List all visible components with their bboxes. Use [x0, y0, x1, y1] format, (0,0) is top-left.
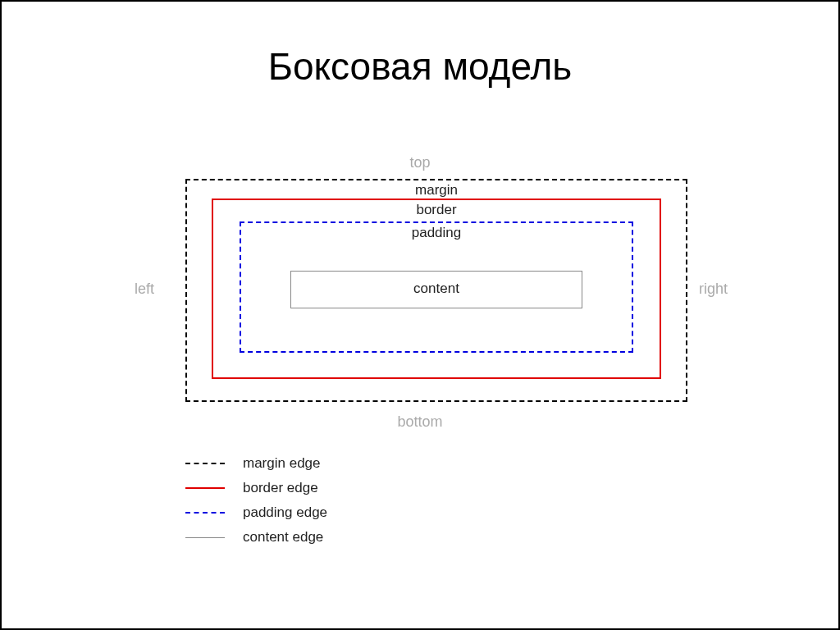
legend: margin edge border edge padding edge con… [185, 451, 327, 550]
legend-text-padding: padding edge [243, 504, 327, 521]
swatch-margin-icon [185, 463, 225, 464]
legend-text-content: content edge [243, 529, 323, 546]
legend-row-padding: padding edge [185, 500, 327, 525]
legend-row-margin: margin edge [185, 451, 327, 476]
content-box: content [290, 271, 582, 308]
padding-label: padding [241, 225, 632, 241]
border-label: border [213, 202, 660, 218]
box-model-diagram: top bottom left right margin border padd… [2, 149, 838, 445]
legend-text-margin: margin edge [243, 455, 321, 472]
label-bottom: bottom [2, 413, 838, 431]
slide-frame: Боксовая модель top bottom left right ma… [0, 0, 840, 630]
swatch-padding-icon [185, 512, 225, 514]
content-label: content [291, 272, 582, 306]
margin-label: margin [187, 182, 686, 199]
label-left: left [135, 281, 154, 298]
legend-row-border: border edge [185, 476, 327, 500]
legend-text-border: border edge [243, 480, 318, 496]
label-right: right [699, 281, 728, 298]
swatch-content-icon [185, 537, 225, 538]
legend-row-content: content edge [185, 525, 327, 550]
slide-title: Боксовая модель [2, 44, 838, 89]
swatch-border-icon [185, 487, 225, 489]
label-top: top [2, 154, 838, 171]
